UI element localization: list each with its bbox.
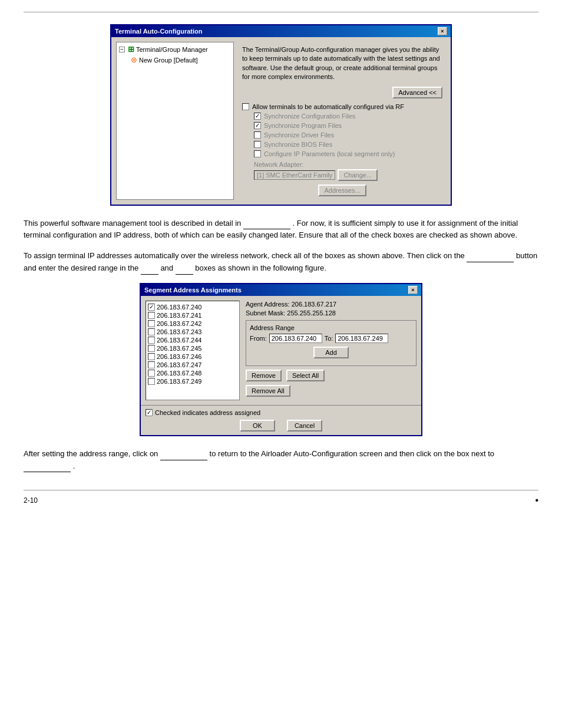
address-range-box: Address Range From: To: Add <box>246 320 416 366</box>
terminal-dialog-title: Terminal Auto-Configuration <box>115 28 202 35</box>
address-checkbox-2[interactable] <box>148 320 155 327</box>
subnet-mask-value: 255.255.255.128 <box>287 309 336 317</box>
sync-bios-checkbox[interactable] <box>254 141 261 148</box>
cancel-button[interactable]: Cancel <box>287 420 322 431</box>
allow-rf-checkbox[interactable] <box>242 103 249 110</box>
sync-driver-checkbox[interactable] <box>254 131 261 139</box>
body-text-3c: . <box>73 462 75 470</box>
checkbox-sync-bios: Synchronize BIOS Files <box>254 141 442 148</box>
address-checkbox-9[interactable] <box>148 378 155 385</box>
advanced-btn-row: Advanced << <box>242 87 442 98</box>
inline-blank-5 <box>160 452 207 460</box>
address-label-4: 206.183.67.244 <box>157 337 201 344</box>
tree-root-label: Terminal/Group Manager <box>136 46 208 53</box>
tree-child-label: New Group [Default] <box>139 57 198 64</box>
remove-button[interactable]: Remove <box>246 370 282 381</box>
footer-dot: • <box>535 495 538 506</box>
checkbox-sync-program: Synchronize Program Files <box>254 122 442 129</box>
terminal-right-panel: The Terminal/Group Auto-configuration ma… <box>239 42 446 200</box>
config-ip-label: Configure IP Parameters (local segment o… <box>264 150 395 157</box>
subnet-mask-row: Subnet Mask: 255.255.255.128 <box>246 309 416 317</box>
address-list-item[interactable]: 206.183.67.244 <box>148 336 237 344</box>
agent-address-label: Agent Address: <box>246 301 290 308</box>
top-rule <box>24 12 538 12</box>
address-checkbox-5[interactable] <box>148 345 155 352</box>
sync-bios-label: Synchronize BIOS Files <box>264 141 332 148</box>
add-button[interactable]: Add <box>313 347 349 358</box>
terminal-dialog-titlebar: Terminal Auto-Configuration × <box>111 25 451 37</box>
address-label-0: 206.183.67.240 <box>157 304 201 311</box>
titlebar-buttons: × <box>438 27 447 35</box>
inline-blank-6 <box>24 464 71 472</box>
from-input[interactable] <box>269 334 322 343</box>
address-list-item[interactable]: 206.183.67.249 <box>148 377 237 386</box>
body-paragraph-1: This powerful software management tool i… <box>24 218 538 242</box>
checkbox-sync-driver: Synchronize Driver Files <box>254 131 442 139</box>
sync-program-checkbox[interactable] <box>254 122 261 129</box>
to-label: To: <box>325 335 333 342</box>
address-list-item[interactable]: 206.183.67.246 <box>148 353 237 361</box>
body-paragraph-3: After setting the address range, click o… <box>24 448 538 473</box>
address-checkbox-1[interactable] <box>148 312 155 319</box>
ok-button[interactable]: OK <box>240 420 275 431</box>
remove-all-row: Remove All <box>246 385 416 397</box>
terminal-dialog-body: − ⊞ Terminal/Group Manager ⊛ New Group [… <box>111 37 451 205</box>
checked-note-label: Checked indicates address assigned <box>155 409 260 416</box>
segment-dialog-body: 206.183.67.240206.183.67.241206.183.67.2… <box>141 296 421 405</box>
segment-dialog: Segment Address Assignments × 206.183.67… <box>140 283 422 436</box>
footer-row: 2-10 • <box>24 495 538 506</box>
address-checkbox-4[interactable] <box>148 337 155 344</box>
address-checkbox-7[interactable] <box>148 361 155 368</box>
sync-config-checkbox[interactable] <box>254 113 261 120</box>
select-all-button[interactable]: Select All <box>286 370 325 381</box>
dialog-description: The Terminal/Group Auto-configuration ma… <box>242 45 442 82</box>
address-label-6: 206.183.67.246 <box>157 353 201 360</box>
right-segment-panel: Agent Address: 206.183.67.217 Subnet Mas… <box>246 301 416 400</box>
config-ip-checkbox[interactable] <box>254 150 261 157</box>
adapter-value: [1] SMC EtherCard Family <box>254 170 335 180</box>
body-text-3a: After setting the address range, click o… <box>24 449 158 458</box>
address-label-1: 206.183.67.241 <box>157 312 201 319</box>
agent-address-value: 206.183.67.217 <box>292 301 336 308</box>
checkbox-config-ip: Configure IP Parameters (local segment o… <box>254 150 442 157</box>
address-checkbox-0[interactable] <box>148 304 155 311</box>
inline-blank-4 <box>176 266 193 275</box>
segment-dialog-title: Segment Address Assignments <box>144 286 242 294</box>
address-list-panel: 206.183.67.240206.183.67.241206.183.67.2… <box>146 301 240 400</box>
segment-close-button[interactable]: × <box>408 286 418 294</box>
address-list-item[interactable]: 206.183.67.242 <box>148 319 237 328</box>
add-btn-row: Add <box>250 347 412 358</box>
address-list-item[interactable]: 206.183.67.243 <box>148 328 237 336</box>
address-list-item[interactable]: 206.183.67.248 <box>148 369 237 377</box>
from-label: From: <box>250 335 267 342</box>
checked-note-checkbox <box>146 409 153 416</box>
inline-blank-2 <box>467 254 514 262</box>
change-button[interactable]: Change... <box>338 169 378 181</box>
advanced-button[interactable]: Advanced << <box>392 87 442 98</box>
address-label-9: 206.183.67.249 <box>157 378 201 385</box>
terminal-close-button[interactable]: × <box>438 27 447 35</box>
address-checkbox-3[interactable] <box>148 328 155 335</box>
remove-select-row: Remove Select All <box>246 370 416 381</box>
address-checkbox-8[interactable] <box>148 370 155 377</box>
tree-panel: − ⊞ Terminal/Group Manager ⊛ New Group [… <box>116 42 234 200</box>
body-text-2a: To assign terminal IP addresses automati… <box>24 251 465 260</box>
agent-address-row: Agent Address: 206.183.67.217 <box>246 301 416 308</box>
range-inputs-row: From: To: <box>250 334 412 343</box>
address-label-7: 206.183.67.247 <box>157 361 201 368</box>
address-list-item[interactable]: 206.183.67.245 <box>148 344 237 353</box>
tree-child-item[interactable]: ⊛ New Group [Default] <box>131 55 231 64</box>
address-list-item[interactable]: 206.183.67.241 <box>148 311 237 319</box>
body-text-2d: boxes as shown in the following figure. <box>195 263 326 272</box>
tree-root-item[interactable]: − ⊞ Terminal/Group Manager <box>119 45 231 54</box>
address-label-5: 206.183.67.245 <box>157 345 201 352</box>
tree-root-icon: ⊞ <box>128 45 134 54</box>
to-input[interactable] <box>335 334 388 343</box>
checked-note-row: Checked indicates address assigned <box>146 409 416 416</box>
address-checkbox-6[interactable] <box>148 353 155 360</box>
tree-expand-icon[interactable]: − <box>119 47 125 52</box>
address-list-item[interactable]: 206.183.67.247 <box>148 361 237 369</box>
remove-all-button[interactable]: Remove All <box>246 385 290 397</box>
address-list-item[interactable]: 206.183.67.240 <box>148 303 237 311</box>
addresses-button[interactable]: Addresses... <box>318 185 366 196</box>
